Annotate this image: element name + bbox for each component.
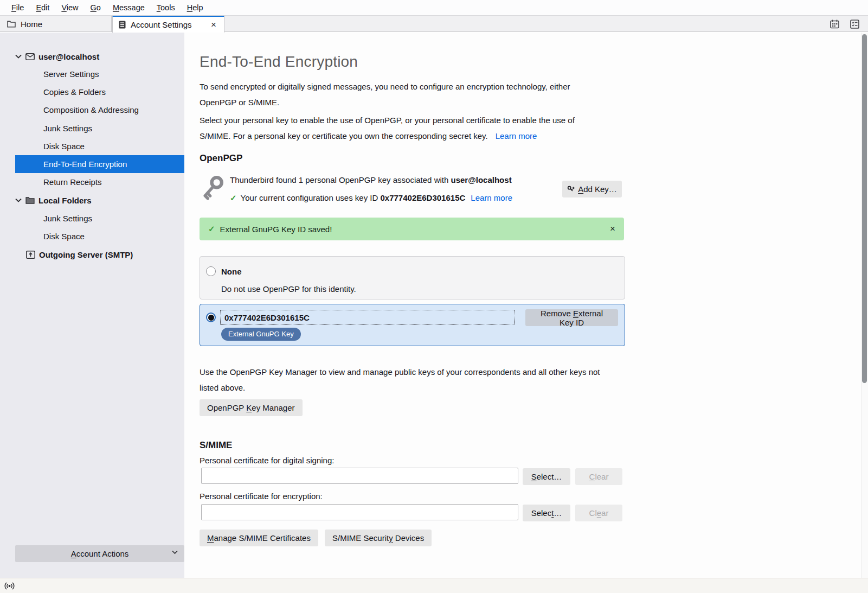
openpgp-option-external-key[interactable]: Remove External Key ID External GnuPG Ke… [200,304,625,346]
sidebar-item-copies-folders[interactable]: Copies & Folders [43,83,106,101]
option-none-title: None [221,267,242,276]
external-gnupg-key-badge: External GnuPG Key [221,328,301,341]
smime-heading: S/MIME [200,440,232,451]
add-key-icon [567,186,575,193]
add-key-button[interactable]: Add Key… [562,181,622,197]
tab-home-label: Home [21,20,42,29]
sidebar-account-user-localhost[interactable]: user@localhost [15,48,99,65]
account-settings-sidebar: user@localhost Server Settings Copies & … [0,33,184,578]
intro-paragraph-1: To send encrypted or digitally signed me… [200,79,601,110]
settings-document-icon [119,21,126,29]
learn-more-link[interactable]: Learn more [496,131,537,141]
tab-home[interactable]: Home [0,16,112,32]
sidebar-item-outgoing-server[interactable]: Outgoing Server (SMTP) [26,246,133,263]
encryption-cert-input[interactable] [201,504,518,520]
menu-bar: File Edit View Go Message Tools Help [0,0,868,16]
key-icon [201,174,224,202]
option-none-description: Do not use OpenPGP for this identity. [221,284,356,294]
menu-view[interactable]: View [55,1,84,14]
tab-account-settings[interactable]: Account Settings × [112,16,224,33]
success-notification: ✓ External GnuPG Key ID saved! × [200,218,624,240]
sidebar-item-local-disk-space[interactable]: Disk Space [43,227,85,245]
account-actions-button[interactable]: Account Actions [15,545,184,562]
menu-edit[interactable]: Edit [30,1,55,14]
check-icon: ✓ [230,193,237,202]
sidebar-item-composition[interactable]: Composition & Addressing [43,101,139,119]
select-signing-cert-button[interactable]: Select… [523,468,570,485]
network-broadcast-icon[interactable] [4,582,15,590]
tab-bar: Home Account Settings × [0,16,868,32]
manage-smime-certificates-button[interactable]: Manage S/MIME Certificates [200,530,318,546]
sidebar-item-local-junk-settings[interactable]: Junk Settings [43,209,92,227]
clear-signing-cert-button[interactable]: Clear [575,468,622,485]
folder-icon [7,20,16,28]
folder-icon [25,196,35,204]
openpgp-heading: OpenPGP [200,153,242,164]
key-manager-paragraph: Use the OpenPGP Key Manager to view and … [200,364,620,396]
calendar-icon[interactable] [830,20,839,29]
account-actions-label: Account Actions [71,549,129,558]
openpgp-config-line: ✓Your current configuration uses key ID … [230,193,512,203]
chevron-down-icon[interactable] [15,198,22,202]
menu-tools[interactable]: Tools [151,1,181,14]
outgoing-server-icon [26,251,35,259]
select-encryption-cert-button[interactable]: Select… [523,505,570,521]
vertical-scrollbar[interactable] [861,33,868,578]
end-to-end-encryption-pane: End-To-End Encryption To send encrypted … [184,33,868,578]
external-key-id-input[interactable] [220,310,515,325]
sidebar-item-server-settings[interactable]: Server Settings [43,65,99,83]
scrollbar-thumb[interactable] [862,34,867,383]
openpgp-status-line: Thunderbird found 1 personal OpenPGP key… [230,175,512,184]
signing-cert-input[interactable] [201,468,518,484]
openpgp-key-manager-button[interactable]: OpenPGP Key Manager [200,399,303,416]
learn-more-key-link[interactable]: Learn more [471,193,512,202]
smime-security-devices-button[interactable]: S/MIME Security Devices [325,530,432,546]
clear-encryption-cert-button[interactable]: Clear [575,505,622,521]
sidebar-item-junk-settings[interactable]: Junk Settings [43,119,92,137]
configured-key-id: 0x777402E6D301615C [381,193,466,202]
sidebar-account-label: user@localhost [38,52,99,61]
remove-external-key-button[interactable]: Remove External Key ID [525,309,618,326]
sidebar-item-end-to-end-encryption[interactable]: End-To-End Encryption [15,155,184,173]
mail-account-icon [25,53,35,60]
check-icon: ✓ [208,224,215,234]
account-email: user@localhost [451,175,511,184]
notification-message: External GnuPG Key ID saved! [220,225,332,234]
tasks-icon[interactable] [850,20,859,29]
encryption-cert-label: Personal certificate for encryption: [200,492,323,501]
page-title: End-To-End Encryption [200,53,358,71]
sidebar-item-return-receipts[interactable]: Return Receipts [43,173,102,191]
menu-go[interactable]: Go [85,1,107,14]
sidebar-smtp-label: Outgoing Server (SMTP) [39,250,133,259]
notification-close-icon[interactable]: × [610,224,615,234]
tab-close-icon[interactable]: × [209,20,218,29]
menu-message[interactable]: Message [107,1,151,14]
openpgp-option-none[interactable]: None Do not use OpenPGP for this identit… [200,256,625,299]
radio-none[interactable] [206,266,216,276]
chevron-down-icon [172,550,178,554]
radio-external-key[interactable] [206,313,216,322]
menu-file[interactable]: File [5,1,30,14]
menu-help[interactable]: Help [181,1,209,14]
signing-cert-label: Personal certificate for digital signing… [200,456,334,465]
tab-active-label: Account Settings [131,20,192,29]
sidebar-account-local-folders[interactable]: Local Folders [15,192,92,209]
sidebar-item-disk-space[interactable]: Disk Space [43,137,85,155]
status-bar [0,578,868,593]
intro-paragraph-2: Select your personal key to enable the u… [200,112,603,144]
sidebar-local-folders-label: Local Folders [38,196,92,205]
chevron-down-icon[interactable] [15,54,22,59]
